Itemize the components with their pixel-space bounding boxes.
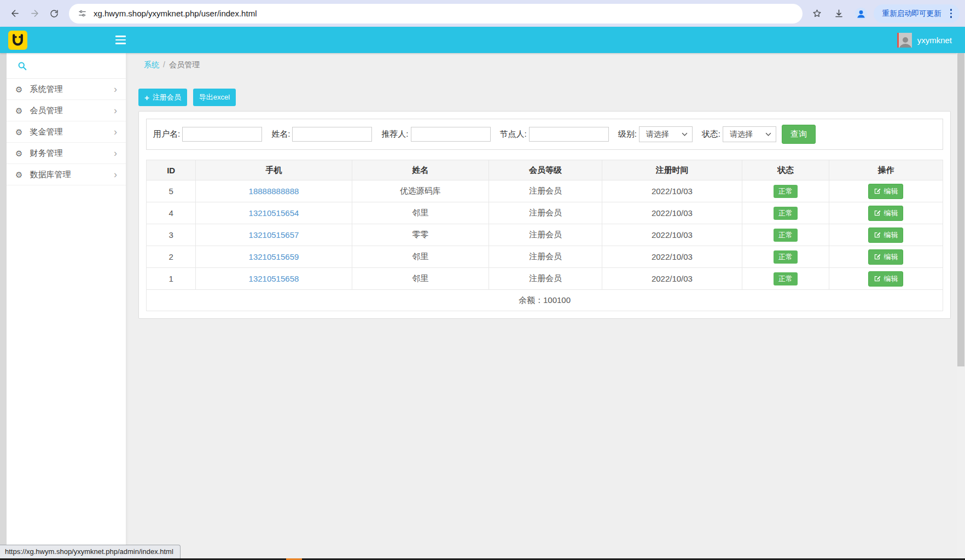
user-menu[interactable]: yxymknet [897, 33, 965, 48]
chevron-right-icon: › [114, 106, 117, 115]
sidebar-item[interactable]: ⚙ 系统管理 › [7, 79, 126, 100]
plus-icon: + [144, 94, 149, 102]
edit-button[interactable]: 编辑 [868, 228, 903, 243]
column-header: 注册时间 [602, 160, 742, 180]
gear-icon: ⚙ [15, 171, 22, 179]
sidebar-item-label: 财务管理 [30, 148, 107, 159]
kebab-menu-icon [950, 9, 952, 11]
register-member-button[interactable]: + 注册会员 [138, 89, 187, 106]
sidebar-item-label: 系统管理 [30, 84, 107, 95]
action-buttons: + 注册会员 导出excel [138, 89, 951, 106]
members-table: ID手机姓名会员等级注册时间状态操作 5 18888888888 优选源码库 注… [146, 160, 943, 311]
chevron-right-icon: › [114, 170, 117, 179]
logo-smiley-icon [8, 31, 27, 50]
status-select[interactable]: 请选择 [723, 126, 776, 142]
phone-link[interactable]: 13210515659 [249, 252, 299, 261]
edit-button[interactable]: 编辑 [868, 206, 903, 221]
username-label: 用户名: [153, 129, 180, 139]
back-button[interactable] [5, 4, 24, 23]
sidebar-item-label: 奖金管理 [30, 127, 107, 137]
sidebar: ⚙ 系统管理 › ⚙ 会员管理 › ⚙ 奖金管理 › ⚙ 财务管理 › ⚙ 数据… [7, 53, 126, 560]
cell-reg-date: 2022/10/03 [602, 246, 742, 268]
balance-row: 余额：100100 [147, 290, 943, 311]
edit-button[interactable]: 编辑 [868, 184, 903, 199]
sidebar-item-label: 数据库管理 [30, 170, 107, 180]
address-bar[interactable]: xg.hwym.shop/yxymknet.php/user/index.htm… [69, 4, 803, 24]
cell-id: 4 [147, 202, 196, 224]
column-header: 会员等级 [489, 160, 602, 180]
table-header-row: ID手机姓名会员等级注册时间状态操作 [147, 160, 943, 180]
members-panel: 用户名: 姓名: 推荐人: 节点人: 级别: [138, 111, 951, 319]
cell-id: 2 [147, 246, 196, 268]
phone-link[interactable]: 13210515654 [249, 208, 299, 218]
logo-link[interactable] [0, 27, 126, 53]
table-row: 2 13210515659 邻里 注册会员 2022/10/03 正常 编辑 [147, 246, 943, 268]
left-gutter [0, 53, 7, 560]
cell-reg-date: 2022/10/03 [602, 202, 742, 224]
chevron-right-icon: › [114, 84, 117, 94]
name-input[interactable] [292, 127, 372, 142]
table-row: 5 18888888888 优选源码库 注册会员 2022/10/03 正常 编… [147, 180, 943, 202]
page-scrollbar [957, 53, 965, 558]
phone-link[interactable]: 13210515658 [249, 274, 299, 283]
search-icon [18, 61, 27, 71]
main-content: 系统/会员管理 + 注册会员 导出excel 用户名: 姓名: [126, 53, 965, 560]
sidebar-toggle-button[interactable] [110, 27, 131, 53]
cell-reg-date: 2022/10/03 [602, 180, 742, 202]
sidebar-item[interactable]: ⚙ 奖金管理 › [7, 121, 126, 143]
reload-button[interactable] [45, 4, 63, 23]
reload-icon [49, 9, 59, 19]
username-input[interactable] [182, 127, 262, 142]
table-row: 3 13210515657 零零 注册会员 2022/10/03 正常 编辑 [147, 224, 943, 246]
sidebar-item[interactable]: ⚙ 会员管理 › [7, 100, 126, 121]
avatar [897, 33, 912, 48]
breadcrumb: 系统/会员管理 [138, 53, 951, 75]
forward-button[interactable] [25, 4, 44, 23]
cell-name: 邻里 [352, 202, 489, 224]
edit-button[interactable]: 编辑 [868, 249, 903, 265]
site-info-icon [78, 9, 87, 18]
cell-level: 注册会员 [489, 246, 602, 268]
sidebar-item[interactable]: ⚙ 财务管理 › [7, 143, 126, 164]
browser-menu-button[interactable] [947, 7, 956, 20]
hamburger-icon [115, 36, 126, 37]
url-text: xg.hwym.shop/yxymknet.php/user/index.htm… [94, 9, 257, 18]
edit-icon [874, 231, 881, 238]
status-badge: 正常 [774, 185, 798, 198]
export-excel-button[interactable]: 导出excel [193, 89, 236, 106]
cell-name: 邻里 [352, 246, 489, 268]
downloads-button[interactable] [830, 4, 848, 23]
bookmark-button[interactable] [808, 4, 827, 23]
cell-level: 注册会员 [489, 180, 602, 202]
select-chevron-icon [765, 132, 771, 136]
chevron-right-icon: › [114, 127, 117, 137]
browser-update-button[interactable]: 重新启动即可更新 [874, 4, 960, 23]
phone-link[interactable]: 18888888888 [249, 186, 299, 196]
sidebar-item[interactable]: ⚙ 数据库管理 › [7, 164, 126, 185]
balance-label: 余额： [519, 295, 543, 305]
scrollbar-thumb[interactable] [957, 53, 964, 366]
edit-button[interactable]: 编辑 [868, 271, 903, 287]
sidebar-search[interactable] [7, 53, 126, 79]
table-row: 1 13210515658 邻里 注册会员 2022/10/03 正常 编辑 [147, 268, 943, 290]
gear-icon: ⚙ [15, 149, 22, 158]
cell-name: 零零 [352, 224, 489, 246]
select-chevron-icon [682, 132, 688, 136]
column-header: ID [147, 160, 196, 180]
gear-icon: ⚙ [15, 85, 22, 94]
referrer-input[interactable] [411, 127, 491, 142]
cell-level: 注册会员 [489, 268, 602, 290]
name-label: 姓名: [271, 129, 290, 139]
gear-icon: ⚙ [15, 128, 22, 136]
edit-icon [874, 209, 881, 217]
balance-value: 100100 [543, 295, 571, 305]
cell-id: 5 [147, 180, 196, 202]
status-badge: 正常 [774, 229, 798, 242]
breadcrumb-root-link[interactable]: 系统 [144, 60, 159, 69]
phone-link[interactable]: 13210515657 [249, 230, 299, 240]
column-header: 手机 [196, 160, 352, 180]
search-button[interactable]: 查询 [782, 125, 816, 144]
node-input[interactable] [529, 127, 609, 142]
profile-button[interactable] [852, 4, 870, 23]
level-select[interactable]: 请选择 [639, 126, 693, 142]
